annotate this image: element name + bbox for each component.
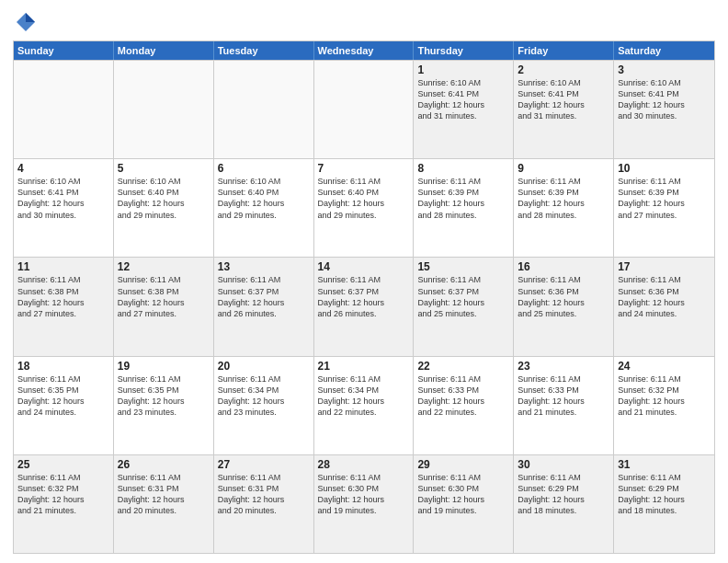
- day-cell-28: 28Sunrise: 6:11 AMSunset: 6:30 PMDayligh…: [314, 455, 415, 553]
- header: [13, 9, 715, 35]
- day-number: 19: [118, 360, 210, 373]
- day-info: Sunrise: 6:11 AMSunset: 6:36 PMDaylight:…: [518, 274, 609, 319]
- day-info: Sunrise: 6:11 AMSunset: 6:32 PMDaylight:…: [17, 472, 109, 517]
- day-cell-23: 23Sunrise: 6:11 AMSunset: 6:33 PMDayligh…: [514, 357, 614, 454]
- day-cell-empty-2: [214, 61, 314, 158]
- week-row-4: 18Sunrise: 6:11 AMSunset: 6:35 PMDayligh…: [14, 356, 714, 454]
- day-cell-8: 8Sunrise: 6:11 AMSunset: 6:39 PMDaylight…: [414, 159, 514, 257]
- day-cell-5: 5Sunrise: 6:10 AMSunset: 6:40 PMDaylight…: [114, 159, 214, 257]
- day-number: 31: [618, 458, 711, 471]
- week-row-3: 11Sunrise: 6:11 AMSunset: 6:38 PMDayligh…: [14, 257, 714, 355]
- day-info: Sunrise: 6:11 AMSunset: 6:31 PMDaylight:…: [118, 472, 210, 517]
- header-cell-saturday: Saturday: [614, 41, 714, 60]
- day-cell-12: 12Sunrise: 6:11 AMSunset: 6:38 PMDayligh…: [114, 258, 214, 355]
- day-info: Sunrise: 6:11 AMSunset: 6:36 PMDaylight:…: [618, 274, 711, 319]
- day-info: Sunrise: 6:11 AMSunset: 6:33 PMDaylight:…: [417, 373, 509, 419]
- day-number: 12: [118, 260, 210, 273]
- day-cell-10: 10Sunrise: 6:11 AMSunset: 6:39 PMDayligh…: [614, 159, 714, 257]
- logo-icon: [13, 9, 39, 35]
- day-info: Sunrise: 6:11 AMSunset: 6:32 PMDaylight:…: [618, 373, 711, 419]
- day-number: 22: [417, 360, 509, 373]
- day-cell-2: 2Sunrise: 6:10 AMSunset: 6:41 PMDaylight…: [514, 61, 614, 158]
- day-number: 26: [118, 458, 210, 471]
- day-number: 15: [417, 260, 509, 273]
- day-number: 5: [118, 162, 210, 175]
- day-number: 13: [218, 260, 310, 273]
- day-cell-26: 26Sunrise: 6:11 AMSunset: 6:31 PMDayligh…: [114, 455, 214, 553]
- day-info: Sunrise: 6:11 AMSunset: 6:29 PMDaylight:…: [618, 472, 711, 517]
- day-cell-14: 14Sunrise: 6:11 AMSunset: 6:37 PMDayligh…: [314, 258, 415, 355]
- day-cell-11: 11Sunrise: 6:11 AMSunset: 6:38 PMDayligh…: [14, 258, 114, 355]
- day-info: Sunrise: 6:11 AMSunset: 6:30 PMDaylight:…: [318, 472, 410, 517]
- day-info: Sunrise: 6:11 AMSunset: 6:38 PMDaylight:…: [17, 274, 109, 319]
- day-number: 8: [417, 162, 509, 175]
- day-info: Sunrise: 6:10 AMSunset: 6:41 PMDaylight:…: [17, 176, 109, 221]
- header-cell-friday: Friday: [514, 41, 614, 60]
- day-number: 27: [218, 458, 310, 471]
- day-number: 9: [518, 162, 609, 175]
- day-info: Sunrise: 6:10 AMSunset: 6:41 PMDaylight:…: [618, 77, 711, 122]
- day-cell-18: 18Sunrise: 6:11 AMSunset: 6:35 PMDayligh…: [14, 357, 114, 454]
- day-number: 17: [618, 260, 711, 273]
- day-info: Sunrise: 6:11 AMSunset: 6:38 PMDaylight:…: [118, 274, 210, 319]
- day-number: 14: [318, 260, 410, 273]
- week-row-5: 25Sunrise: 6:11 AMSunset: 6:32 PMDayligh…: [14, 454, 714, 553]
- day-cell-6: 6Sunrise: 6:10 AMSunset: 6:40 PMDaylight…: [214, 159, 314, 257]
- calendar: SundayMondayTuesdayWednesdayThursdayFrid…: [13, 40, 715, 554]
- calendar-body: 1Sunrise: 6:10 AMSunset: 6:41 PMDaylight…: [14, 60, 714, 553]
- day-cell-24: 24Sunrise: 6:11 AMSunset: 6:32 PMDayligh…: [614, 357, 714, 454]
- day-cell-1: 1Sunrise: 6:10 AMSunset: 6:41 PMDaylight…: [414, 61, 514, 158]
- day-info: Sunrise: 6:11 AMSunset: 6:37 PMDaylight:…: [417, 274, 509, 319]
- day-number: 25: [17, 458, 109, 471]
- day-info: Sunrise: 6:11 AMSunset: 6:34 PMDaylight:…: [218, 373, 310, 419]
- day-cell-7: 7Sunrise: 6:11 AMSunset: 6:40 PMDaylight…: [314, 159, 415, 257]
- day-number: 23: [518, 360, 609, 373]
- day-info: Sunrise: 6:10 AMSunset: 6:41 PMDaylight:…: [417, 77, 509, 122]
- header-cell-wednesday: Wednesday: [314, 41, 415, 60]
- header-cell-tuesday: Tuesday: [214, 41, 314, 60]
- day-cell-27: 27Sunrise: 6:11 AMSunset: 6:31 PMDayligh…: [214, 455, 314, 553]
- day-number: 6: [218, 162, 310, 175]
- calendar-header: SundayMondayTuesdayWednesdayThursdayFrid…: [14, 41, 714, 60]
- page: SundayMondayTuesdayWednesdayThursdayFrid…: [0, 0, 728, 563]
- day-number: 1: [417, 63, 509, 76]
- day-number: 10: [618, 162, 711, 175]
- day-cell-16: 16Sunrise: 6:11 AMSunset: 6:36 PMDayligh…: [514, 258, 614, 355]
- day-cell-9: 9Sunrise: 6:11 AMSunset: 6:39 PMDaylight…: [514, 159, 614, 257]
- day-cell-22: 22Sunrise: 6:11 AMSunset: 6:33 PMDayligh…: [414, 357, 514, 454]
- week-row-2: 4Sunrise: 6:10 AMSunset: 6:41 PMDaylight…: [14, 158, 714, 257]
- day-info: Sunrise: 6:11 AMSunset: 6:33 PMDaylight:…: [518, 373, 609, 419]
- day-info: Sunrise: 6:11 AMSunset: 6:39 PMDaylight:…: [417, 176, 509, 221]
- day-info: Sunrise: 6:11 AMSunset: 6:30 PMDaylight:…: [417, 472, 509, 517]
- day-info: Sunrise: 6:11 AMSunset: 6:39 PMDaylight:…: [518, 176, 609, 221]
- day-number: 21: [318, 360, 410, 373]
- day-info: Sunrise: 6:11 AMSunset: 6:34 PMDaylight:…: [318, 373, 410, 419]
- day-info: Sunrise: 6:11 AMSunset: 6:37 PMDaylight:…: [318, 274, 410, 319]
- day-info: Sunrise: 6:11 AMSunset: 6:40 PMDaylight:…: [318, 176, 410, 221]
- day-cell-empty-0: [14, 61, 114, 158]
- day-number: 16: [518, 260, 609, 273]
- day-number: 28: [318, 458, 410, 471]
- day-cell-20: 20Sunrise: 6:11 AMSunset: 6:34 PMDayligh…: [214, 357, 314, 454]
- day-info: Sunrise: 6:11 AMSunset: 6:29 PMDaylight:…: [518, 472, 609, 517]
- day-cell-29: 29Sunrise: 6:11 AMSunset: 6:30 PMDayligh…: [414, 455, 514, 553]
- day-cell-3: 3Sunrise: 6:10 AMSunset: 6:41 PMDaylight…: [614, 61, 714, 158]
- day-number: 11: [17, 260, 109, 273]
- day-cell-21: 21Sunrise: 6:11 AMSunset: 6:34 PMDayligh…: [314, 357, 415, 454]
- day-number: 2: [518, 63, 609, 76]
- day-info: Sunrise: 6:11 AMSunset: 6:39 PMDaylight:…: [618, 176, 711, 221]
- day-number: 30: [518, 458, 609, 471]
- day-info: Sunrise: 6:11 AMSunset: 6:31 PMDaylight:…: [218, 472, 310, 517]
- day-cell-empty-3: [314, 61, 415, 158]
- day-number: 7: [318, 162, 410, 175]
- day-number: 18: [17, 360, 109, 373]
- day-number: 20: [218, 360, 310, 373]
- svg-marker-1: [26, 13, 35, 22]
- day-cell-31: 31Sunrise: 6:11 AMSunset: 6:29 PMDayligh…: [614, 455, 714, 553]
- day-cell-17: 17Sunrise: 6:11 AMSunset: 6:36 PMDayligh…: [614, 258, 714, 355]
- day-number: 4: [17, 162, 109, 175]
- day-info: Sunrise: 6:11 AMSunset: 6:35 PMDaylight:…: [118, 373, 210, 419]
- header-cell-thursday: Thursday: [414, 41, 514, 60]
- day-cell-19: 19Sunrise: 6:11 AMSunset: 6:35 PMDayligh…: [114, 357, 214, 454]
- week-row-1: 1Sunrise: 6:10 AMSunset: 6:41 PMDaylight…: [14, 60, 714, 158]
